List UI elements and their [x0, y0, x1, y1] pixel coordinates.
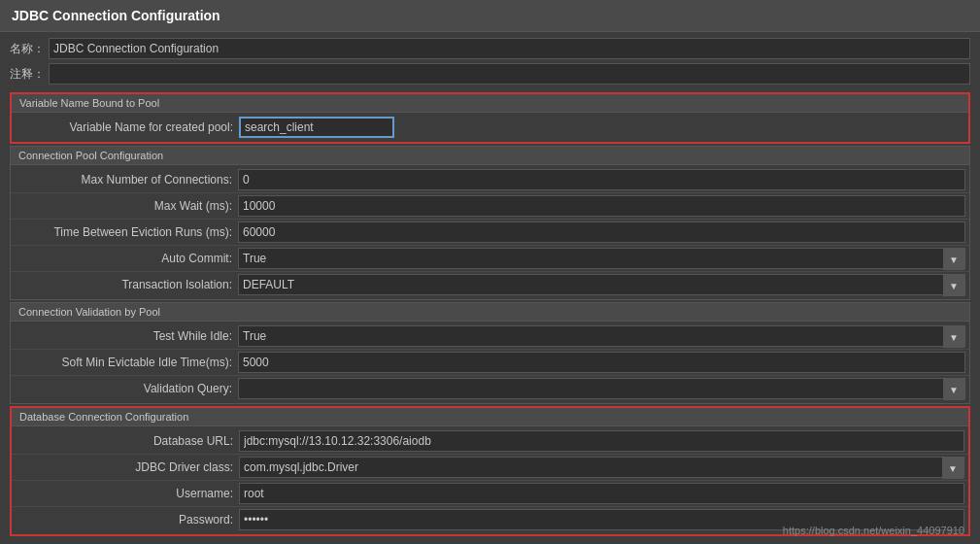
- jdbc-driver-value: com.mysql.jdbc.Driver: [240, 458, 942, 477]
- database-url-row: Database URL:: [12, 428, 968, 455]
- soft-min-input[interactable]: [238, 352, 965, 373]
- auto-commit-row: Auto Commit: True ▼: [11, 246, 969, 272]
- max-wait-row: Max Wait (ms):: [11, 193, 969, 220]
- auto-commit-arrow[interactable]: ▼: [943, 249, 964, 270]
- max-connections-row: Max Number of Connections:: [11, 167, 969, 193]
- transaction-isolation-row: Transaction Isolation: DEFAULT ▼: [11, 272, 969, 297]
- username-input[interactable]: [239, 483, 964, 504]
- database-connection-header: Database Connection Configuration: [19, 411, 188, 423]
- validation-query-dropdown[interactable]: ▼: [238, 378, 965, 399]
- auto-commit-dropdown[interactable]: True ▼: [238, 248, 965, 269]
- password-label: Password:: [16, 513, 239, 527]
- transaction-isolation-label: Transaction Isolation:: [15, 278, 238, 291]
- transaction-isolation-dropdown[interactable]: DEFAULT ▼: [238, 274, 965, 295]
- test-while-idle-label: Test While Idle:: [15, 329, 238, 343]
- eviction-runs-input[interactable]: [238, 221, 965, 243]
- transaction-isolation-value: DEFAULT: [239, 275, 943, 294]
- database-url-label: Database URL:: [16, 434, 239, 448]
- jdbc-driver-row: JDBC Driver class: com.mysql.jdbc.Driver…: [12, 455, 968, 481]
- max-wait-input[interactable]: [238, 195, 965, 217]
- connection-validation-section: Connection Validation by Pool Test While…: [10, 302, 970, 404]
- comment-label: 注释：: [10, 66, 49, 83]
- validation-query-value: [239, 379, 943, 398]
- max-connections-label: Max Number of Connections:: [15, 173, 238, 187]
- soft-min-label: Soft Min Evictable Idle Time(ms):: [15, 356, 238, 369]
- test-while-idle-row: Test While Idle: True ▼: [11, 323, 969, 350]
- variable-name-input[interactable]: [239, 117, 394, 138]
- name-label: 名称：: [10, 41, 49, 57]
- connection-pool-section: Connection Pool Configuration Max Number…: [10, 146, 970, 300]
- title-bar: JDBC Connection Configuration: [0, 0, 980, 32]
- database-url-input[interactable]: [239, 430, 964, 452]
- test-while-idle-dropdown[interactable]: True ▼: [238, 325, 965, 347]
- validation-query-label: Validation Query:: [15, 382, 238, 395]
- max-connections-input[interactable]: [238, 169, 965, 190]
- eviction-runs-row: Time Between Eviction Runs (ms):: [11, 220, 969, 246]
- connection-pool-header: Connection Pool Configuration: [18, 150, 163, 161]
- soft-min-row: Soft Min Evictable Idle Time(ms):: [11, 350, 969, 376]
- connection-validation-header: Connection Validation by Pool: [18, 306, 160, 318]
- jdbc-driver-label: JDBC Driver class:: [16, 460, 239, 474]
- database-connection-section: Database Connection Configuration Databa…: [10, 406, 970, 536]
- name-input[interactable]: [49, 38, 970, 59]
- url-text: https://blog.csdn.net/weixin_44097910: [783, 525, 964, 536]
- max-wait-label: Max Wait (ms):: [15, 199, 238, 213]
- test-while-idle-arrow[interactable]: ▼: [943, 326, 964, 348]
- variable-name-label: Variable Name for created pool:: [16, 120, 239, 134]
- auto-commit-value: True: [239, 249, 943, 268]
- comment-input[interactable]: [49, 63, 970, 85]
- jdbc-driver-dropdown[interactable]: com.mysql.jdbc.Driver ▼: [239, 457, 964, 478]
- username-label: Username:: [16, 487, 239, 500]
- eviction-runs-label: Time Between Eviction Runs (ms):: [15, 225, 238, 239]
- window-title: JDBC Connection Configuration: [12, 8, 220, 23]
- transaction-isolation-arrow[interactable]: ▼: [943, 275, 964, 296]
- validation-query-row: Validation Query: ▼: [11, 376, 969, 401]
- username-row: Username:: [12, 481, 968, 507]
- auto-commit-label: Auto Commit:: [15, 252, 238, 265]
- test-while-idle-value: True: [239, 326, 943, 346]
- variable-name-section: Variable Name Bound to Pool Variable Nam…: [10, 92, 970, 144]
- variable-name-row: Variable Name for created pool:: [12, 115, 968, 140]
- variable-name-header: Variable Name Bound to Pool: [19, 97, 159, 109]
- jdbc-driver-arrow[interactable]: ▼: [942, 458, 963, 479]
- validation-query-arrow[interactable]: ▼: [943, 379, 964, 400]
- url-bar: https://blog.csdn.net/weixin_44097910: [775, 521, 972, 540]
